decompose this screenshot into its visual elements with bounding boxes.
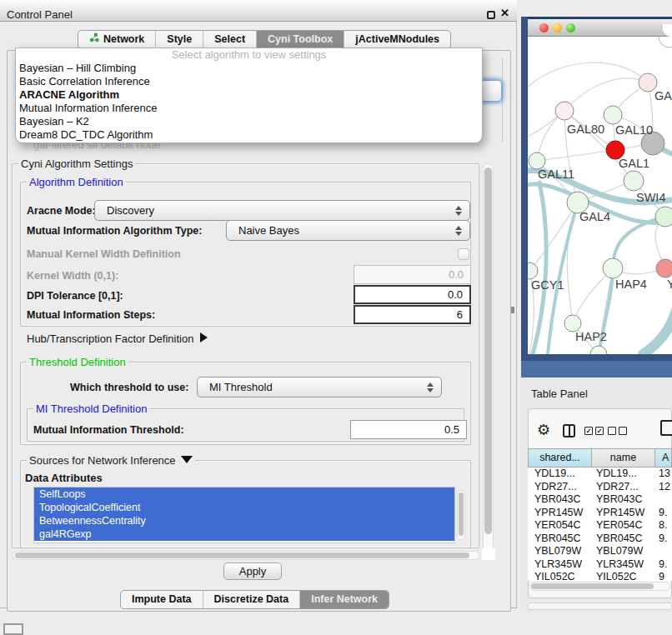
algorithm-definition-title: Algorithm Definition <box>27 176 126 188</box>
cyni-bottom-tabbar: Impute Data Discretize Data Infer Networ… <box>120 590 389 609</box>
svg-text:HAP4: HAP4 <box>615 278 647 291</box>
svg-text:HAP2: HAP2 <box>575 330 607 343</box>
spinner-arrows-icon <box>454 205 462 217</box>
list-item[interactable]: TopologicalCoefficient <box>34 501 454 514</box>
list-item[interactable]: SelfLoops <box>34 488 454 501</box>
close-traffic-light-icon[interactable] <box>539 23 549 32</box>
network-canvas[interactable]: GAL GAL80 GAL10 GAL1 GAL11 SWI4 GAL4 GCY… <box>528 37 672 354</box>
hidden-groupbox-edge <box>502 58 503 142</box>
dropdown-item[interactable]: Bayesian – Hill Climbing <box>16 62 482 75</box>
mi-threshold-label: Mutual Information Threshold: <box>33 424 184 436</box>
collapsed-arrow-icon <box>200 332 208 342</box>
table-panel-bottom-bar <box>528 602 672 610</box>
control-panel-title: Control Panel <box>7 8 73 21</box>
dropdown-item[interactable]: Dream8 DC_TDC Algorithm <box>16 128 482 142</box>
kernel-width-label: Kernel Width (0,1): <box>27 270 118 282</box>
svg-text:Y: Y <box>667 278 672 291</box>
aracne-mode-combobox[interactable]: Discovery <box>94 200 470 221</box>
apply-button[interactable]: Apply <box>223 562 282 580</box>
which-threshold-label: Which threshold to use: <box>70 382 188 393</box>
deselect-all-checkboxes-icon[interactable] <box>608 427 627 435</box>
kernel-width-field[interactable]: 0.0 <box>354 265 471 284</box>
tab-style[interactable]: Style <box>155 31 203 48</box>
svg-text:GAL11: GAL11 <box>538 168 574 181</box>
network-icon <box>89 31 99 48</box>
tab-select[interactable]: Select <box>203 31 256 48</box>
control-panel-titlebar <box>0 0 517 22</box>
dropdown-item-aracne[interactable]: ARACNE Algorithm <box>16 88 482 102</box>
list-item[interactable]: gal4RGexp <box>34 528 454 541</box>
table-panel-title: Table Panel <box>531 388 588 400</box>
tab-network[interactable]: Network <box>78 31 155 48</box>
settings-horizontal-scrollbar[interactable] <box>13 551 479 560</box>
show-columns-icon[interactable] <box>563 424 575 438</box>
panel-splitter-handle[interactable] <box>511 307 514 313</box>
column-header-shared-name[interactable]: shared... <box>528 448 592 468</box>
threshold-definition-title: Threshold Definition <box>27 356 128 368</box>
mi-steps-field[interactable]: 6 <box>354 305 471 324</box>
mi-type-label: Mutual Information Algorithm Type: <box>27 225 202 237</box>
data-attributes-list: SelfLoops TopologicalCoefficient Between… <box>33 487 455 543</box>
column-header-partial[interactable]: A <box>655 448 672 468</box>
mi-steps-label: Mutual Information Steps: <box>27 309 155 321</box>
list-item[interactable]: BetweennessCentrality <box>34 514 454 528</box>
table-row[interactable]: YDR27...YDR27...12 <box>528 481 672 494</box>
float-window-icon[interactable] <box>487 11 495 19</box>
aracne-mode-label: Aracne Mode: <box>27 205 96 217</box>
table-row[interactable]: YPR145WYPR145W9. <box>528 507 672 520</box>
table-header-row: shared... name A <box>528 448 672 468</box>
settings-vertical-scrollbar[interactable] <box>483 163 494 558</box>
close-icon[interactable]: ✕ <box>500 7 509 19</box>
network-window-shadow <box>521 361 672 378</box>
table-row[interactable]: YBR043CYBR043C <box>528 493 672 507</box>
manual-kernel-checkbox[interactable] <box>458 248 469 260</box>
table-horizontal-scrollbar[interactable] <box>529 582 670 591</box>
cut-off-panel-icon <box>3 623 23 635</box>
tab-impute-data[interactable]: Impute Data <box>121 591 203 608</box>
svg-text:GAL4: GAL4 <box>579 210 610 223</box>
table-row[interactable]: YIL052CYIL052C9 <box>528 571 672 581</box>
manual-kernel-label: Manual Kernel Width Definition <box>27 248 181 260</box>
hub-definition-expander[interactable]: Hub/Transcription Factor Definition <box>27 332 208 345</box>
table-body: YDL19...YDL19...13 YDR27...YDR27...12 YB… <box>528 468 672 581</box>
dropdown-item[interactable]: Bayesian – K2 <box>16 115 482 128</box>
dropdown-item[interactable]: Mutual Information Inference <box>16 102 482 115</box>
zoom-traffic-light-icon[interactable] <box>566 23 575 32</box>
gear-icon[interactable]: ⚙ <box>537 421 550 439</box>
mi-threshold-field[interactable]: 0.5 <box>350 420 467 439</box>
svg-text:SWI4: SWI4 <box>636 191 665 204</box>
table-row[interactable]: YLR345WYLR345W9. <box>528 558 672 572</box>
mi-type-combobox[interactable]: Naive Bayes <box>226 220 470 241</box>
dropdown-placeholder: Select algorithm to view settings <box>16 48 482 62</box>
table-row[interactable]: YDL19...YDL19...13 <box>528 468 672 481</box>
network-window-border <box>521 354 672 361</box>
select-all-checkboxes-icon[interactable]: ✓✓ <box>584 427 604 435</box>
table-row[interactable]: YBL079WYBL079W <box>528 545 672 558</box>
svg-text:GAL1: GAL1 <box>619 157 649 170</box>
dpi-tolerance-label: DPI Tolerance [0,1]: <box>27 290 123 302</box>
sources-title[interactable]: Sources for Network Inference <box>27 454 195 467</box>
tab-discretize-data[interactable]: Discretize Data <box>203 591 300 608</box>
data-attributes-label: Data Attributes <box>25 472 103 484</box>
settings-group-title: Cyni Algorithm Settings <box>18 158 135 170</box>
list-vertical-scrollbar[interactable] <box>457 490 465 540</box>
svg-text:GAL: GAL <box>654 89 672 102</box>
dropdown-item[interactable]: Basic Correlation Inference <box>16 75 482 88</box>
tab-infer-network[interactable]: Infer Network <box>299 591 389 608</box>
dpi-tolerance-field[interactable]: 0.0 <box>354 285 471 304</box>
mi-threshold-definition-title: MI Threshold Definition <box>33 402 149 415</box>
tab-jactivemnodules[interactable]: jActiveMNodules <box>344 31 450 48</box>
table-row[interactable]: YBR045CYBR045C9. <box>528 532 672 546</box>
which-threshold-combobox[interactable]: MI Threshold <box>197 377 442 398</box>
minimize-traffic-light-icon[interactable] <box>553 23 562 32</box>
table-row[interactable]: YER054CYER054C8. <box>528 519 672 532</box>
algorithm-dropdown-popup: Select algorithm to view settings Bayesi… <box>15 48 483 143</box>
spinner-arrows-icon <box>426 382 434 393</box>
network-edges <box>528 62 665 354</box>
svg-text:GAL10: GAL10 <box>615 123 653 137</box>
column-header-name[interactable]: name <box>592 448 655 468</box>
svg-text:GAL80: GAL80 <box>567 122 604 136</box>
scrollbar-corner <box>482 548 495 560</box>
new-table-icon[interactable] <box>660 420 672 436</box>
tab-cyni-toolbox[interactable]: Cyni Toolbox <box>256 31 344 48</box>
